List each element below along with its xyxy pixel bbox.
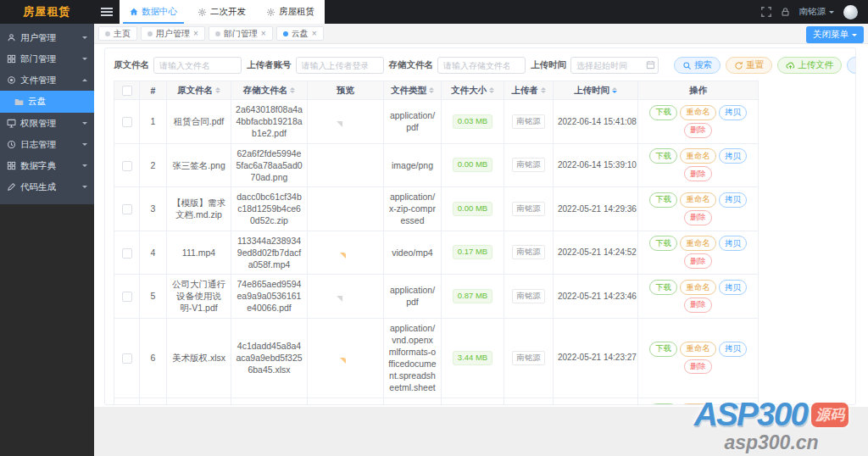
top-nav-tab[interactable]: 二次开发 (187, 0, 256, 24)
download-button[interactable]: 下载 (649, 192, 677, 208)
column-header[interactable]: 原文件名 (167, 81, 231, 100)
fullscreen-icon[interactable] (761, 7, 771, 17)
close-tab-icon[interactable]: × (261, 30, 266, 38)
row-checkbox[interactable] (122, 161, 132, 171)
target-icon (7, 75, 16, 85)
reset-button[interactable]: 重置 (726, 57, 772, 74)
sidebar-item[interactable]: 权限管理 (0, 113, 94, 134)
gear-icon (266, 8, 275, 17)
page-tab[interactable]: 部门管理 × (209, 26, 273, 41)
hamburger-menu-icon[interactable] (94, 0, 120, 24)
file-stored-name: dacc0bc61cf34bc18d1259b4ce60d52c.zip (236, 192, 301, 225)
sort-icon[interactable] (489, 85, 494, 96)
rename-button[interactable]: 重命名 (680, 280, 716, 295)
close-menu-button[interactable]: 关闭菜单 (806, 26, 864, 43)
copy-button[interactable]: 拷贝 (719, 192, 747, 208)
download-button[interactable]: 下载 (649, 280, 677, 295)
copy-button[interactable]: 拷贝 (719, 236, 747, 251)
rename-button[interactable]: 重命名 (680, 148, 716, 164)
row-checkbox[interactable] (122, 248, 132, 259)
top-nav-tab[interactable]: 数据中心 (120, 0, 187, 24)
download-button[interactable]: 下载 (649, 236, 677, 251)
file-type: application/x-zip-compressed (389, 192, 436, 225)
copy-button[interactable]: 拷贝 (719, 148, 747, 164)
top-nav-tabs: 数据中心 二次开发 房屋租赁 (120, 0, 325, 24)
column-header[interactable]: 上传时间 (554, 81, 638, 100)
select-all-header[interactable] (114, 81, 140, 100)
file-stored-name: 113344a2389349ed8d02fb7dacfa058f.mp4 (237, 236, 301, 270)
copy-button[interactable]: 拷贝 (719, 105, 747, 120)
grid-icon (7, 161, 16, 170)
top-nav-tab[interactable]: 房屋租赁 (256, 0, 325, 24)
page-tab[interactable]: 主页 (98, 26, 137, 41)
copy-button[interactable]: 拷贝 (719, 403, 747, 405)
row-index: 2 (151, 160, 156, 170)
delete-button[interactable]: 删除 (684, 298, 712, 313)
row-actions: 下载重命名拷贝删除 (643, 148, 754, 181)
sort-icon[interactable] (429, 85, 434, 96)
delete-button[interactable]: 删除 (684, 123, 712, 138)
page-tab[interactable]: 云盘 × (276, 26, 324, 41)
page-tab-bar: 主页 用户管理 × 部门管理 × 云盘 × 关闭菜单 (94, 24, 868, 44)
sort-icon[interactable] (541, 85, 546, 96)
sidebar-item[interactable]: 数据字典 (0, 155, 94, 176)
file-original-name: 租赁合同.pdf (174, 116, 225, 126)
rename-button[interactable]: 重命名 (680, 192, 716, 208)
page-tab[interactable]: 用户管理 × (141, 26, 205, 41)
close-tab-icon[interactable]: × (312, 30, 317, 38)
filter-input[interactable] (437, 57, 526, 74)
column-header[interactable]: 上传者 (504, 81, 554, 100)
copy-button[interactable]: 拷贝 (719, 280, 747, 295)
search-button[interactable]: 搜索 (674, 57, 721, 74)
filter-input[interactable] (153, 57, 242, 74)
user-menu[interactable]: 南铭源 (799, 6, 835, 18)
sidebar-item[interactable]: 代码生成 (0, 176, 94, 197)
delete-button[interactable]: 删除 (684, 253, 712, 269)
avatar[interactable] (843, 5, 858, 19)
rename-button[interactable]: 重命名 (680, 105, 716, 120)
download-button[interactable]: 下载 (649, 148, 677, 164)
rename-button[interactable]: 重命名 (680, 342, 716, 357)
column-header[interactable]: 文件大小 (442, 81, 504, 100)
rename-button[interactable]: 重命名 (680, 403, 716, 405)
filter-input[interactable] (570, 57, 659, 74)
config-button[interactable]: 配置 (847, 57, 856, 74)
top-bar: 房屋租赁 数据中心 二次开发 房屋租赁 南铭源 (0, 0, 868, 24)
sidebar-item[interactable]: 文件管理 (0, 70, 94, 91)
select-all-checkbox[interactable] (122, 86, 132, 96)
lock-icon[interactable] (781, 7, 790, 17)
file-original-name: 公司大门通行设备使用说明-V1.pdf (172, 279, 225, 313)
file-type: image/png (392, 160, 433, 170)
row-checkbox[interactable] (122, 117, 132, 127)
file-stored-name: 74e865aed9594ea9a9a0536161e40066.pdf (237, 279, 302, 313)
sidebar-item[interactable]: 日志管理 (0, 134, 94, 155)
sidebar-item[interactable]: 部门管理 (0, 48, 94, 70)
sort-icon[interactable] (215, 85, 220, 96)
pencil-icon (7, 182, 16, 192)
sidebar-subitem[interactable]: 云盘 (0, 91, 94, 113)
app-logo: 房屋租赁 (0, 0, 94, 24)
row-checkbox[interactable] (122, 353, 132, 364)
filter-label: 上传时间 (531, 59, 566, 71)
download-button[interactable]: 下载 (649, 403, 677, 405)
table-row: 1 租赁合同.pdf 2a643018f08a4a4bbfacbb19218ab… (114, 100, 759, 144)
delete-button[interactable]: 删除 (684, 166, 712, 181)
download-button[interactable]: 下载 (649, 342, 677, 357)
sidebar-item[interactable]: 用户管理 (0, 27, 94, 48)
sort-icon[interactable] (290, 85, 295, 96)
filter-input[interactable] (296, 57, 384, 74)
delete-button[interactable]: 删除 (684, 359, 712, 375)
column-header[interactable]: 文件类型 (384, 81, 442, 100)
row-checkbox[interactable] (122, 292, 132, 302)
upload-file-button[interactable]: 上传文件 (777, 57, 842, 74)
delete-button[interactable]: 删除 (684, 210, 712, 225)
row-checkbox[interactable] (122, 204, 132, 214)
rename-button[interactable]: 重命名 (680, 236, 716, 251)
close-tab-icon[interactable]: × (193, 30, 198, 38)
copy-button[interactable]: 拷贝 (719, 342, 747, 357)
sort-icon[interactable] (612, 85, 617, 96)
download-button[interactable]: 下载 (649, 105, 677, 120)
home-icon (130, 8, 138, 16)
column-header[interactable]: 存储文件名 (231, 81, 308, 100)
table-row: 7 gh_57ba35562a20_258.jpg 1e07b00ffc2042… (114, 398, 759, 405)
